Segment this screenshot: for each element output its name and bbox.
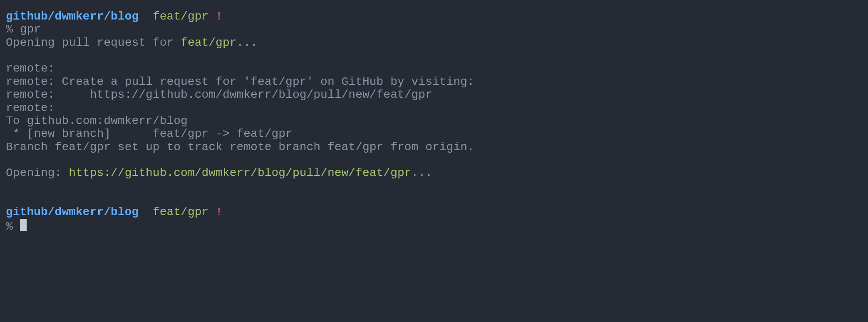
output-line: To github.com:dwmkerr/blog (6, 114, 188, 127)
output-line: remote: (6, 102, 55, 114)
prompt-branch: feat/gpr (153, 206, 208, 218)
output-line: remote: https://github.com/dwmkerr/blog/… (6, 88, 432, 101)
prompt-cmd-sep (13, 220, 20, 233)
prompt-dirty-icon: ! (216, 10, 223, 23)
prompt-path: github/dwmkerr/blog (6, 206, 139, 218)
output-line: ... (412, 166, 432, 179)
command-text: gpr (20, 23, 41, 36)
prompt-sep2 (208, 206, 216, 218)
output-line: Opening pull request for (6, 36, 181, 49)
cursor-icon (20, 219, 27, 231)
output-line: Branch feat/gpr set up to track remote b… (6, 141, 474, 154)
output-line: * [new branch] feat/gpr -> feat/gpr (6, 127, 293, 140)
prompt-cmd-sep (13, 23, 20, 36)
output-branch: feat/gpr (181, 36, 236, 49)
prompt-branch: feat/gpr (153, 10, 208, 23)
prompt-sep (139, 10, 153, 23)
prompt-symbol: % (6, 23, 13, 36)
output-line: ... (237, 36, 258, 49)
output-line: remote: Create a pull request for 'feat/… (6, 75, 474, 88)
prompt-dirty-icon: ! (216, 206, 223, 218)
prompt-symbol: % (6, 220, 13, 233)
terminal-output[interactable]: github/dwmkerr/blog feat/gpr ! % gpr Ope… (0, 0, 868, 239)
output-line: Opening: (6, 166, 69, 179)
prompt-sep (139, 206, 153, 218)
prompt-path: github/dwmkerr/blog (6, 10, 139, 23)
output-line: remote: (6, 62, 55, 75)
output-url: https://github.com/dwmkerr/blog/pull/new… (69, 166, 411, 179)
prompt-sep2 (208, 10, 216, 23)
